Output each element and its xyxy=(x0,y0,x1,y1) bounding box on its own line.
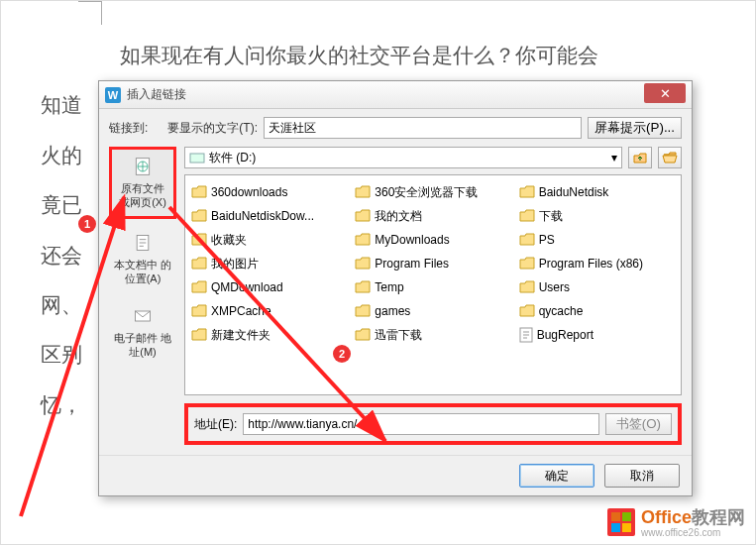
file-item[interactable]: 360安全浏览器下载 xyxy=(355,181,510,203)
open-folder-icon xyxy=(662,151,678,164)
file-item[interactable]: 新建文件夹 xyxy=(191,324,347,346)
file-item[interactable]: qycache xyxy=(519,300,675,322)
sidebar-item-label: 原有文件 或网页(X) xyxy=(119,182,166,208)
cancel-button[interactable]: 取消 xyxy=(604,464,680,488)
sidebar-item-email[interactable]: 电子邮件 地址(M) xyxy=(109,298,176,367)
display-text-row: 链接到: 要显示的文字(T): 屏幕提示(P)... xyxy=(99,109,692,147)
link-type-sidebar: 原有文件 或网页(X) 本文档中 的位置(A) 电子邮件 地址(M) xyxy=(109,147,176,445)
display-text-input[interactable] xyxy=(264,117,582,139)
dialog-body: 原有文件 或网页(X) 本文档中 的位置(A) 电子邮件 地址(M) 软件 (D… xyxy=(99,147,692,455)
file-item[interactable]: 收藏夹 xyxy=(191,229,347,251)
address-label: 地址(E): xyxy=(194,416,237,433)
document-location-icon xyxy=(133,232,153,254)
file-item[interactable]: Program Files (x86) xyxy=(519,253,675,274)
watermark-text: Office教程网 www.office26.com xyxy=(641,505,745,538)
email-icon xyxy=(133,305,153,327)
svg-rect-9 xyxy=(622,512,631,521)
file-list[interactable]: 360downloads360安全浏览器下载BaiduNetdiskBaiduN… xyxy=(184,174,682,395)
globe-page-icon xyxy=(133,156,153,177)
file-item[interactable]: PS xyxy=(519,229,675,251)
doc-text: 如果现在有人问你最火的社交平台是什么？你可能会 xyxy=(120,31,734,80)
insert-hyperlink-dialog: W 插入超链接 ✕ 链接到: 要显示的文字(T): 屏幕提示(P)... 原有文… xyxy=(98,80,693,496)
display-text-label: 要显示的文字(T): xyxy=(167,120,258,137)
screen-tip-button[interactable]: 屏幕提示(P)... xyxy=(588,117,682,139)
file-item[interactable]: XMPCache xyxy=(191,300,347,322)
app-icon: W xyxy=(105,87,121,103)
file-item[interactable]: BaiduNetdiskDow... xyxy=(191,205,347,227)
file-browser-pane: 软件 (D:) ▾ 360downloads360安全浏览器下载BaiduNet… xyxy=(184,147,682,445)
file-item[interactable]: BugReport xyxy=(519,324,675,346)
file-item[interactable]: 我的图片 xyxy=(191,253,347,274)
close-icon: ✕ xyxy=(660,86,671,101)
file-item[interactable]: Users xyxy=(519,276,675,298)
sidebar-item-label: 电子邮件 地址(M) xyxy=(114,332,171,358)
file-item[interactable]: MyDownloads xyxy=(355,229,510,251)
svg-rect-11 xyxy=(622,523,631,532)
up-folder-button[interactable] xyxy=(628,147,652,168)
dialog-titlebar: W 插入超链接 ✕ xyxy=(99,81,692,109)
sidebar-item-this-document[interactable]: 本文档中 的位置(A) xyxy=(109,225,176,293)
file-item[interactable]: games xyxy=(355,300,510,322)
file-item[interactable]: QMDownload xyxy=(191,276,347,298)
path-label: 软件 (D:) xyxy=(209,150,256,166)
bookmark-button[interactable]: 书签(O) xyxy=(605,413,672,435)
address-row: 地址(E): 书签(O) xyxy=(184,403,682,445)
chevron-down-icon: ▾ xyxy=(611,151,617,164)
sidebar-item-existing-file[interactable]: 原有文件 或网页(X) xyxy=(109,147,176,219)
watermark-icon xyxy=(607,508,635,536)
file-item[interactable]: 下载 xyxy=(519,205,675,227)
folder-up-icon xyxy=(632,151,648,164)
dialog-title: 插入超链接 xyxy=(127,86,186,103)
link-to-label: 链接到: xyxy=(109,120,148,137)
svg-rect-10 xyxy=(611,523,620,532)
svg-rect-8 xyxy=(611,512,620,521)
file-item[interactable]: 迅雷下载 xyxy=(355,324,510,346)
file-item[interactable]: Temp xyxy=(355,276,510,298)
path-dropdown[interactable]: 软件 (D:) ▾ xyxy=(184,147,622,168)
close-button[interactable]: ✕ xyxy=(644,83,686,103)
drive-icon xyxy=(189,151,205,164)
page-corner-mark xyxy=(78,1,102,25)
dialog-buttons: 确定 取消 xyxy=(99,455,692,495)
file-item[interactable]: 360downloads xyxy=(191,181,347,203)
annotation-badge-2: 2 xyxy=(333,345,351,363)
browse-button[interactable] xyxy=(658,147,682,168)
watermark: Office教程网 www.office26.com xyxy=(607,505,745,538)
file-item[interactable]: BaiduNetdisk xyxy=(519,181,675,203)
annotation-badge-1: 1 xyxy=(78,215,96,233)
path-row: 软件 (D:) ▾ xyxy=(184,147,682,168)
ok-button[interactable]: 确定 xyxy=(519,464,594,488)
file-item[interactable]: Program Files xyxy=(355,253,510,274)
address-input[interactable] xyxy=(243,413,598,435)
file-item[interactable]: 我的文档 xyxy=(355,205,510,227)
svg-rect-4 xyxy=(190,154,204,163)
sidebar-item-label: 本文档中 的位置(A) xyxy=(114,259,171,284)
